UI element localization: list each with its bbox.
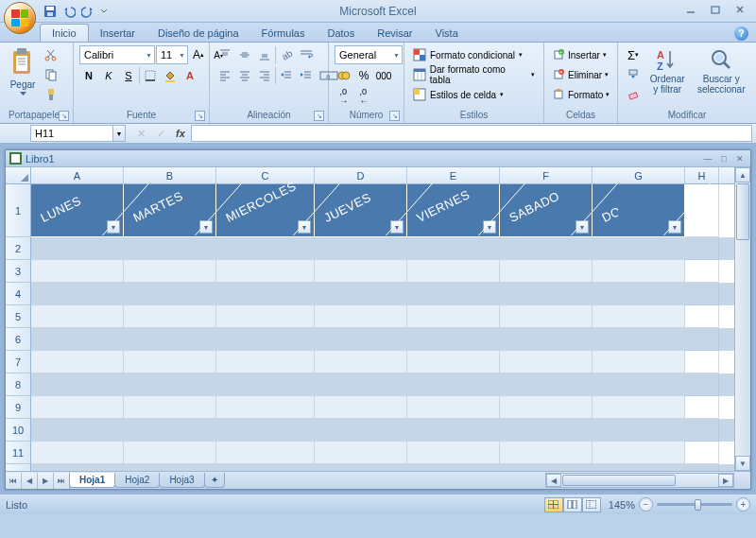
filter-button[interactable]: ▼ <box>576 220 589 234</box>
cell-A7[interactable] <box>31 351 124 373</box>
cell-E12[interactable] <box>407 464 500 471</box>
cell-D6[interactable] <box>315 328 407 351</box>
scroll-down-button[interactable]: ▼ <box>735 456 750 471</box>
currency-button[interactable] <box>335 66 353 85</box>
decrease-decimal-button[interactable]: ,0← <box>354 87 373 106</box>
cell-C3[interactable] <box>216 260 315 283</box>
cell-B9[interactable] <box>124 396 216 419</box>
wbk-minimize-button[interactable]: — <box>701 153 714 165</box>
cell-E4[interactable] <box>407 283 500 305</box>
cell-F8[interactable] <box>500 373 593 396</box>
cell-F5[interactable] <box>500 305 593 328</box>
cell-G1[interactable]: DOMINGO▼ <box>593 184 685 237</box>
filter-button[interactable]: ▼ <box>107 220 120 234</box>
sheet-nav-first[interactable]: ⏮ <box>6 473 22 489</box>
cell-A1[interactable]: LUNES▼ <box>31 184 124 237</box>
fill-color-button[interactable] <box>161 66 180 85</box>
sheet-nav-prev[interactable]: ◀ <box>22 473 38 489</box>
cell-G10[interactable] <box>593 419 685 442</box>
cell-C8[interactable] <box>216 373 315 396</box>
dialog-launcher[interactable]: ↘ <box>314 111 324 121</box>
cell-E7[interactable] <box>407 351 500 373</box>
align-top-button[interactable] <box>215 45 234 64</box>
help-button[interactable]: ? <box>734 26 748 41</box>
cell-G11[interactable] <box>593 442 685 464</box>
filter-button[interactable]: ▼ <box>390 220 404 234</box>
view-normal-button[interactable] <box>544 497 563 512</box>
ribbon-tab-datos[interactable]: Datos <box>316 25 366 42</box>
wrap-text-button[interactable] <box>297 45 316 64</box>
cell-C4[interactable] <box>216 283 315 305</box>
column-header-B[interactable]: B <box>124 167 216 183</box>
zoom-knob[interactable] <box>695 499 701 511</box>
cell-A10[interactable] <box>31 419 124 442</box>
sheet-tab-hoja1[interactable]: Hoja1 <box>69 473 115 488</box>
cell-H5[interactable] <box>685 305 719 328</box>
cell-D8[interactable] <box>315 373 407 396</box>
orientation-button[interactable]: ab <box>277 45 296 64</box>
copy-button[interactable] <box>42 65 60 84</box>
zoom-level[interactable]: 145% <box>609 499 635 511</box>
cancel-formula-button[interactable]: ✕ <box>132 126 149 141</box>
maximize-button[interactable] <box>703 2 728 17</box>
cell-D9[interactable] <box>315 396 407 419</box>
formula-input[interactable] <box>191 125 752 142</box>
cell-F7[interactable] <box>500 351 593 373</box>
sheet-tab-hoja2[interactable]: Hoja2 <box>114 473 160 488</box>
align-middle-button[interactable] <box>235 45 254 64</box>
cell-H3[interactable] <box>685 260 719 283</box>
row-header-1[interactable]: 1 <box>6 184 31 237</box>
cell-C5[interactable] <box>216 305 315 328</box>
dialog-launcher[interactable]: ↘ <box>389 111 400 121</box>
name-box-dropdown[interactable]: ▼ <box>112 125 126 142</box>
row-header-9[interactable]: 9 <box>6 396 31 419</box>
cell-A5[interactable] <box>31 305 124 328</box>
cell-G12[interactable] <box>593 464 685 471</box>
cell-B2[interactable] <box>124 237 216 260</box>
cell-B12[interactable] <box>124 464 216 471</box>
row-header-8[interactable]: 8 <box>6 373 31 396</box>
horizontal-scrollbar[interactable]: ◀ ▶ <box>545 473 734 488</box>
row-header-2[interactable]: 2 <box>6 237 31 260</box>
cell-B10[interactable] <box>124 419 216 442</box>
cell-H7[interactable] <box>685 351 719 373</box>
cell-A12[interactable] <box>31 464 124 471</box>
cell-C9[interactable] <box>216 396 315 419</box>
cell-G8[interactable] <box>593 373 685 396</box>
cell-H9[interactable] <box>685 396 719 419</box>
fill-button[interactable] <box>624 65 643 84</box>
dialog-launcher[interactable]: ↘ <box>59 111 69 121</box>
cell-C6[interactable] <box>216 328 315 351</box>
column-header-G[interactable]: G <box>593 167 685 183</box>
border-button[interactable] <box>141 66 160 85</box>
ribbon-tab-fórmulas[interactable]: Fórmulas <box>250 25 317 42</box>
cell-H8[interactable] <box>685 373 719 396</box>
cell-H2[interactable] <box>685 237 719 260</box>
scroll-thumb[interactable] <box>736 183 749 240</box>
cell-styles-button[interactable]: Estilos de celda▾ <box>410 85 507 104</box>
sort-filter-button[interactable]: AZ Ordenar y filtrar <box>644 45 690 96</box>
scroll-left-button[interactable]: ◀ <box>546 474 561 487</box>
align-right-button[interactable] <box>255 66 274 85</box>
cell-F9[interactable] <box>500 396 593 419</box>
paste-button[interactable]: Pegar <box>6 45 40 97</box>
cell-E8[interactable] <box>407 373 500 396</box>
scroll-right-button[interactable]: ▶ <box>718 474 733 487</box>
clear-button[interactable] <box>624 85 643 104</box>
insert-function-button[interactable]: fx <box>172 126 189 141</box>
cell-G3[interactable] <box>593 260 685 283</box>
filter-button[interactable]: ▼ <box>298 220 311 234</box>
close-button[interactable] <box>728 2 752 17</box>
sheet-tab-hoja3[interactable]: Hoja3 <box>159 473 204 488</box>
cell-E5[interactable] <box>407 305 500 328</box>
cell-G4[interactable] <box>593 283 685 305</box>
row-header-11[interactable]: 11 <box>6 442 31 464</box>
increase-decimal-button[interactable]: ,0→ <box>335 87 353 106</box>
cell-H4[interactable] <box>685 283 719 305</box>
cell-A9[interactable] <box>31 396 124 419</box>
autosum-button[interactable]: Σ▾ <box>624 45 643 64</box>
underline-button[interactable]: S <box>119 66 138 85</box>
italic-button[interactable]: K <box>99 66 118 85</box>
row-header-10[interactable]: 10 <box>6 419 31 442</box>
cell-G7[interactable] <box>593 351 685 373</box>
